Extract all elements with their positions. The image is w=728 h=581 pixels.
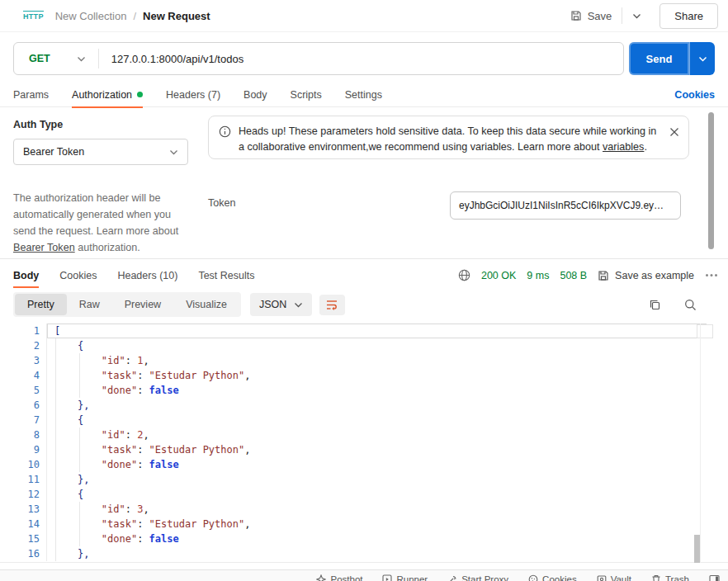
banner-text: Heads up! These parameters hold sensitiv… xyxy=(239,124,660,151)
send-options-chevron-icon[interactable] xyxy=(689,42,715,75)
line-number: 9 xyxy=(0,442,47,457)
code-line[interactable]: 16 }, xyxy=(0,546,728,561)
code-line[interactable]: 10 "done": false xyxy=(0,457,728,472)
code-line[interactable]: 14 "task": "Estudar Python", xyxy=(0,517,728,531)
send-split-button: Send xyxy=(629,42,715,75)
auth-scrollbar[interactable] xyxy=(708,112,714,249)
cookies-link[interactable]: Cookies xyxy=(674,89,715,101)
footer-item-postbot[interactable]: Postbot xyxy=(316,574,362,581)
line-content: "done": false xyxy=(47,383,707,398)
tab-label: Headers (7) xyxy=(166,89,220,101)
bottom-panel-toggle-icon[interactable] xyxy=(709,574,720,581)
code-line[interactable]: 9 "task": "Estudar Python", xyxy=(0,442,728,457)
vault-icon xyxy=(597,574,607,581)
line-content: "id": 3, xyxy=(47,502,707,517)
request-tab-params[interactable]: Params xyxy=(13,83,49,107)
code-line[interactable]: 2 { xyxy=(0,338,728,353)
response-tab-test-results[interactable]: Test Results xyxy=(198,264,254,286)
code-line[interactable]: 1[ xyxy=(0,324,728,338)
code-line[interactable]: 13 "id": 3, xyxy=(0,502,728,517)
footer-item-label: Cookies xyxy=(542,574,577,581)
code-line[interactable]: 15 "done": false xyxy=(0,531,728,546)
breadcrumb-request[interactable]: New Request xyxy=(143,10,210,22)
footer-items: PostbotRunnerStart ProxyCookiesVaultTras… xyxy=(316,574,689,581)
view-mode-visualize[interactable]: Visualize xyxy=(173,294,239,315)
url-input[interactable]: 127.0.0.1:8000/api/v1/todos xyxy=(111,53,243,65)
save-label: Save xyxy=(588,10,612,22)
code-line[interactable]: 4 "task": "Estudar Python", xyxy=(0,368,728,383)
footer-item-trash[interactable]: Trash xyxy=(651,574,689,581)
line-number: 3 xyxy=(0,353,47,368)
method-select[interactable]: GET xyxy=(14,53,86,64)
view-mode-preview[interactable]: Preview xyxy=(112,294,173,315)
auth-description: The authorization header will be automat… xyxy=(13,190,193,256)
footer-item-label: Postbot xyxy=(330,574,362,581)
code-line[interactable]: 6 }, xyxy=(0,398,728,413)
postman-app: HTTP New Collection / New Request Save S… xyxy=(0,0,728,581)
globe-icon[interactable] xyxy=(458,269,470,281)
line-content: "task": "Estudar Python", xyxy=(47,368,707,383)
save-button[interactable]: Save xyxy=(562,6,621,26)
copy-icon[interactable] xyxy=(649,299,661,311)
format-value: JSON xyxy=(259,299,286,310)
response-time[interactable]: 9 ms xyxy=(527,270,549,281)
save-options-chevron-icon[interactable] xyxy=(624,8,650,24)
footer-item-cookies[interactable]: Cookies xyxy=(528,574,577,581)
url-box: GET 127.0.0.1:8000/api/v1/todos xyxy=(13,42,624,75)
runner-icon xyxy=(382,574,392,581)
trash-icon xyxy=(651,574,661,581)
auth-type-value: Bearer Token xyxy=(23,146,84,158)
code-line[interactable]: 5 "done": false xyxy=(0,383,728,398)
code-line[interactable]: 8 "id": 2, xyxy=(0,427,728,442)
save-as-example-button[interactable]: Save as example xyxy=(598,270,694,281)
token-input[interactable]: eyJhbGciOiJIUzI1NiIsInR5cCI6IkpXVCJ9.ey… xyxy=(450,191,681,220)
view-mode-pretty[interactable]: Pretty xyxy=(15,294,67,315)
response-tabs: BodyCookiesHeaders (10)Test Results xyxy=(13,264,254,286)
request-tab-body[interactable]: Body xyxy=(243,83,267,107)
close-icon[interactable] xyxy=(669,127,679,137)
auth-type-select[interactable]: Bearer Token xyxy=(13,139,188,165)
breadcrumb: New Collection / New Request xyxy=(55,10,210,22)
line-number: 16 xyxy=(0,546,47,561)
footer-item-start-proxy[interactable]: Start Proxy xyxy=(447,574,508,581)
bearer-token-link[interactable]: Bearer Token xyxy=(13,242,75,253)
line-number: 4 xyxy=(0,368,47,383)
response-tab-headers-10[interactable]: Headers (10) xyxy=(117,264,177,286)
breadcrumb-collection[interactable]: New Collection xyxy=(55,10,127,22)
send-button[interactable]: Send xyxy=(629,42,689,75)
request-tab-settings[interactable]: Settings xyxy=(345,83,382,107)
line-number: 14 xyxy=(0,517,47,531)
request-tab-headers-7[interactable]: Headers (7) xyxy=(166,83,220,107)
view-mode-raw[interactable]: Raw xyxy=(67,294,112,315)
tab-label: Settings xyxy=(345,89,382,101)
code-line[interactable]: 3 "id": 1, xyxy=(0,353,728,368)
response-tab-cookies[interactable]: Cookies xyxy=(59,264,97,286)
share-button[interactable]: Share xyxy=(659,3,718,29)
response-body-editor[interactable]: 1[2 {3 "id": 1,4 "task": "Estudar Python… xyxy=(0,324,728,563)
line-number: 5 xyxy=(0,383,47,398)
code-line[interactable]: 7 { xyxy=(0,413,728,427)
format-select[interactable]: JSON xyxy=(250,293,312,316)
request-tab-authorization[interactable]: Authorization xyxy=(72,83,143,107)
request-tab-scripts[interactable]: Scripts xyxy=(291,83,322,107)
search-icon[interactable] xyxy=(684,299,697,311)
status-code[interactable]: 200 OK xyxy=(481,270,516,281)
line-content: "done": false xyxy=(47,457,707,472)
code-line[interactable]: 12 { xyxy=(0,487,728,502)
line-content: }, xyxy=(47,546,707,561)
variables-link[interactable]: variables xyxy=(603,141,644,153)
request-bar: GET 127.0.0.1:8000/api/v1/todos Send xyxy=(13,42,715,75)
method-value: GET xyxy=(29,53,50,64)
footer-item-vault[interactable]: Vault xyxy=(597,574,631,581)
save-icon xyxy=(570,10,582,21)
line-number: 8 xyxy=(0,427,47,442)
line-content: [ xyxy=(47,324,707,338)
response-tab-body[interactable]: Body xyxy=(13,264,39,286)
response-size[interactable]: 508 B xyxy=(560,270,587,281)
editor-scrollbar-thumb[interactable] xyxy=(694,535,700,563)
indent-guide xyxy=(79,427,80,472)
code-line[interactable]: 11 }, xyxy=(0,472,728,487)
wrap-lines-button[interactable] xyxy=(319,295,345,315)
footer-item-runner[interactable]: Runner xyxy=(382,574,428,581)
more-options-icon[interactable] xyxy=(705,273,718,277)
